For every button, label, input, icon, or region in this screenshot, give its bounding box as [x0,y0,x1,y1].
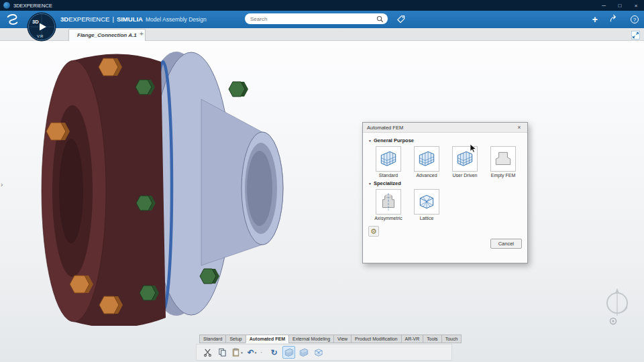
3d-viewport[interactable]: › Automated FEM × ▼ General Purpose Stan… [0,42,644,362]
update-button[interactable]: ↻ [268,346,280,359]
nut-green-top-right [229,82,248,97]
mesh-tool-icon [299,347,309,358]
fem-standard-button[interactable] [376,146,401,172]
compass-up-arrow-icon [616,288,619,292]
close-button[interactable]: × [628,0,644,11]
bolt-orange-bottom [99,296,123,314]
lattice-fem-icon [417,192,437,212]
chevron-down-icon: ▾ [255,351,257,355]
fem-advanced-button[interactable] [414,146,439,172]
section-specialized[interactable]: ▼ Specialized [368,180,522,186]
undo-icon: ↶ [248,348,254,357]
paste-icon [231,348,240,357]
bolt-orange-upper-left [46,123,70,140]
ribbon-tab-external-modeling[interactable]: External Modeling [288,335,334,343]
refresh-icon: ↻ [270,348,277,357]
collapse-arrow-icon: ▼ [368,139,372,143]
automated-fem-standard-tool[interactable] [282,346,295,359]
dassault-systemes-logo-icon [5,12,19,29]
fullscreen-toggle-icon[interactable] [631,30,640,42]
document-tabbar: Flange_Connection A.1 + [0,28,644,41]
minimize-button[interactable]: ─ [596,0,612,11]
lattice-tool-icon [313,347,324,358]
brand-divider: | [112,15,113,23]
share-button[interactable] [609,13,619,26]
tag-icon[interactable] [396,14,406,27]
action-toolbar: ▾ ↶ ▾ · ↻ [196,344,452,361]
brand-3d: 3D [60,15,68,23]
brand-title: 3DEXPERIENCE | SIMULIA Model Assembly De… [60,15,207,23]
settings-gear-icon[interactable]: ⚙ [368,226,379,237]
automated-fem-lattice-tool[interactable] [312,346,325,359]
automated-fem-advanced-tool[interactable] [297,346,310,359]
nut-green-top-left [136,80,155,95]
section-general-purpose[interactable]: ▼ General Purpose [368,137,522,143]
cone-bore [247,151,272,226]
ribbon-tab-setup[interactable]: Setup [225,335,246,343]
application-window: 3DEXPERIENCE ─ □ × 3D V.R 3DEXPERIENCE |… [0,0,644,362]
left-flange-bore [59,139,83,243]
dialog-close-button[interactable]: × [515,124,523,131]
help-button[interactable]: ? [631,15,639,23]
tile-label: Axisymmetric [374,216,402,221]
app-header: 3D V.R 3DEXPERIENCE | SIMULIA Model Asse… [0,11,644,28]
mouse-cursor [470,143,477,154]
panel-expander-chevron[interactable]: › [1,181,3,188]
app-logo-icon [3,2,10,9]
tile-label: Empty FEM [491,173,516,178]
ribbon-tab-ar-vr[interactable]: AR-VR [401,335,424,343]
advanced-fem-icon [417,149,437,169]
copy-icon [218,348,227,357]
nut-green-bottom-left [140,286,159,300]
paste-button[interactable]: ▾ [231,346,244,359]
global-search [245,13,388,24]
view-rotation-compass[interactable] [599,288,635,327]
standard-fem-icon [378,149,398,169]
automated-fem-dialog: Automated FEM × ▼ General Purpose Standa… [362,122,528,263]
ribbon-tab-product-modification[interactable]: Product Modification [351,335,401,343]
search-input[interactable] [245,16,376,22]
cut-button[interactable] [201,346,214,359]
search-icon[interactable] [376,15,384,23]
nut-green-bottom-right [200,269,219,284]
copy-button[interactable] [216,346,229,359]
bolt-orange-lower-left [70,276,93,293]
tile-label: Standard [379,173,398,178]
window-titlebar: 3DEXPERIENCE ─ □ × [0,0,644,11]
chevron-down-icon: ▾ [241,351,243,355]
window-title: 3DEXPERIENCE [13,3,52,9]
ribbon-tab-touch[interactable]: Touch [441,335,462,343]
dialog-titlebar[interactable]: Automated FEM × [363,123,527,133]
cancel-button[interactable]: Cancel [490,239,522,249]
bolt-orange-top [99,58,122,76]
fem-empty-button[interactable] [490,146,516,172]
tile-label: User Driven [453,173,478,178]
nut-green-middle-left [136,196,156,210]
toolbar-overflow-dot[interactable]: · [260,349,266,356]
axisymmetric-fem-icon [378,192,398,212]
fem-lattice-button[interactable] [414,189,439,215]
document-tab-active[interactable]: Flange_Connection A.1 [68,29,146,41]
ribbon-tab-tools[interactable]: Tools [423,335,441,343]
compass-widget[interactable]: 3D V.R [27,12,56,42]
ribbon-tab-standard[interactable]: Standard [199,335,226,343]
product-brand: SIMULIA [117,15,143,23]
maximize-button[interactable]: □ [612,0,628,11]
scissors-icon [203,348,212,357]
tile-label: Advanced [416,173,437,178]
mesh-tool-icon [284,347,294,358]
compass-version-label: V.R [37,34,44,38]
undo-button[interactable]: ↶ ▾ [246,346,258,359]
new-tab-button[interactable]: + [140,30,144,38]
tile-label: Lattice [420,216,434,221]
add-content-button[interactable]: + [592,15,598,24]
flange-connection-model[interactable] [34,44,295,326]
brand-experience: EXPERIENCE [68,15,109,23]
document-tab-label: Flange_Connection A.1 [77,32,137,38]
collapse-arrow-icon: ▼ [368,182,372,186]
ribbon-tab-automated-fem[interactable]: Automated FEM [246,335,289,343]
ribbon-tab-view[interactable]: View [333,335,352,343]
product-name: Model Assembly Design [146,16,207,23]
ribbon-tab-strip: Standard Setup Automated FEM External Mo… [200,335,462,343]
fem-axisymmetric-button[interactable] [376,189,401,215]
